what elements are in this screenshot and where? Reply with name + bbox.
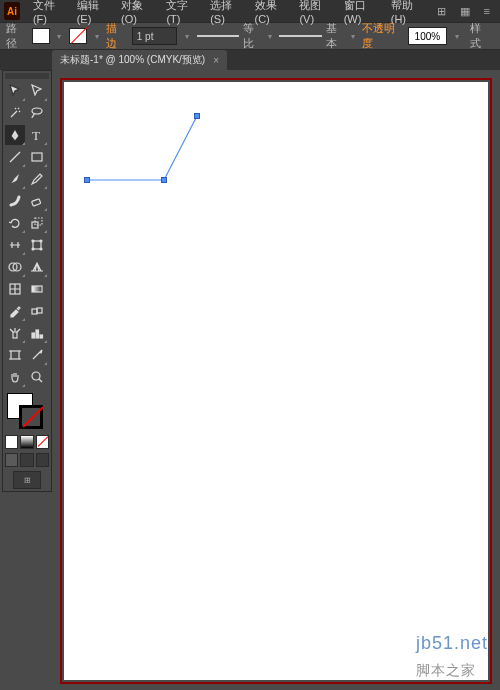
color-mode-button[interactable] — [5, 435, 18, 449]
width-tool[interactable] — [5, 235, 25, 255]
zoom-tool[interactable] — [27, 367, 47, 387]
stroke-dropdown-icon[interactable]: ▾ — [93, 29, 100, 43]
paintbrush-tool[interactable] — [5, 169, 25, 189]
draw-inside-button[interactable] — [36, 453, 49, 467]
artboard[interactable] — [64, 82, 488, 680]
scale-tool[interactable] — [27, 213, 47, 233]
svg-rect-22 — [11, 351, 19, 359]
magic-wand-tool[interactable] — [5, 103, 25, 123]
column-graph-tool[interactable] — [27, 323, 47, 343]
svg-rect-7 — [33, 241, 41, 249]
svg-rect-17 — [37, 308, 42, 313]
direct-selection-tool[interactable] — [27, 81, 47, 101]
rectangle-tool[interactable] — [27, 147, 47, 167]
variable-width-profile[interactable]: 等比 ▾ — [197, 29, 274, 43]
artboard-tool[interactable] — [5, 345, 25, 365]
svg-point-10 — [32, 248, 34, 250]
svg-rect-3 — [32, 153, 42, 161]
brush-line-icon — [279, 35, 321, 37]
fill-stroke-control[interactable] — [5, 393, 45, 429]
opacity-input[interactable]: 100% — [408, 27, 448, 45]
type-tool[interactable]: T — [27, 125, 47, 145]
none-mode-button[interactable] — [36, 435, 49, 449]
close-tab-icon[interactable]: × — [213, 55, 219, 66]
opacity-label[interactable]: 不透明度 — [362, 21, 401, 51]
line-tool[interactable] — [5, 147, 25, 167]
anchor-point[interactable] — [84, 177, 90, 183]
stroke-weight-input[interactable]: 1 pt — [132, 27, 178, 45]
svg-rect-20 — [36, 330, 39, 338]
draw-behind-button[interactable] — [20, 453, 33, 467]
fill-swatch[interactable] — [32, 28, 50, 44]
svg-rect-4 — [32, 199, 41, 206]
svg-point-23 — [32, 372, 40, 380]
stroke-swatch[interactable] — [69, 28, 87, 44]
brush-dropdown-icon: ▾ — [349, 29, 356, 43]
vbar-menu-icon[interactable]: ≡ — [478, 3, 496, 19]
menu-bar: Ai 文件(F) 编辑(E) 对象(O) 文字(T) 选择(S) 效果(C) 视… — [0, 0, 500, 22]
stroke-color-icon[interactable] — [19, 405, 43, 429]
watermark: jb51.net 脚本之家 — [416, 633, 488, 680]
blend-tool[interactable] — [27, 301, 47, 321]
svg-rect-18 — [13, 332, 17, 338]
symbol-sprayer-tool[interactable] — [5, 323, 25, 343]
mesh-tool[interactable] — [5, 279, 25, 299]
svg-text:T: T — [32, 128, 40, 142]
svg-point-0 — [32, 108, 42, 114]
profile-dropdown-icon: ▾ — [266, 29, 273, 43]
svg-rect-21 — [40, 335, 43, 338]
svg-rect-16 — [32, 309, 37, 314]
gradient-mode-button[interactable] — [20, 435, 33, 449]
toolbox: T — [2, 70, 52, 492]
layout-menu-icon[interactable]: ⊞ — [431, 3, 452, 20]
svg-point-1 — [14, 135, 16, 137]
pencil-tool[interactable] — [27, 169, 47, 189]
canvas-area[interactable]: jb51.net 脚本之家 — [54, 72, 498, 690]
svg-point-9 — [40, 240, 42, 242]
menu-select[interactable]: 选择(S) — [205, 0, 247, 27]
blob-brush-tool[interactable] — [5, 191, 25, 211]
menu-type[interactable]: 文字(T) — [161, 0, 203, 27]
screen-mode-button[interactable]: ⊞ — [13, 471, 41, 489]
pen-tool[interactable] — [5, 125, 25, 145]
svg-point-8 — [32, 240, 34, 242]
hand-tool[interactable] — [5, 367, 25, 387]
shape-builder-tool[interactable] — [5, 257, 25, 277]
anchor-point[interactable] — [194, 113, 200, 119]
document-tab-title: 未标题-1* @ 100% (CMYK/预览) — [60, 53, 205, 67]
draw-normal-button[interactable] — [5, 453, 18, 467]
app-logo: Ai — [4, 2, 20, 20]
lasso-tool[interactable] — [27, 103, 47, 123]
svg-rect-15 — [32, 286, 42, 292]
anchor-point[interactable] — [161, 177, 167, 183]
eyedropper-tool[interactable] — [5, 301, 25, 321]
menu-file[interactable]: 文件(F) — [28, 0, 70, 27]
drawn-path[interactable] — [72, 100, 232, 210]
workspace: T — [0, 70, 500, 690]
toolbox-grip[interactable] — [5, 73, 49, 79]
stroke-label[interactable]: 描边 — [106, 21, 126, 51]
selection-tool[interactable] — [5, 81, 25, 101]
rotate-tool[interactable] — [5, 213, 25, 233]
weight-dropdown-icon[interactable]: ▾ — [183, 29, 190, 43]
opacity-dropdown-icon[interactable]: ▾ — [453, 29, 460, 43]
perspective-grid-tool[interactable] — [27, 257, 47, 277]
gradient-tool[interactable] — [27, 279, 47, 299]
document-tab[interactable]: 未标题-1* @ 100% (CMYK/预览) × — [52, 50, 227, 70]
free-transform-tool[interactable] — [27, 235, 47, 255]
fill-dropdown-icon[interactable]: ▾ — [56, 29, 63, 43]
slice-tool[interactable] — [27, 345, 47, 365]
eraser-tool[interactable] — [27, 191, 47, 211]
svg-point-11 — [40, 248, 42, 250]
profile-line-icon — [197, 35, 239, 37]
path-label: 路径 — [6, 21, 26, 51]
svg-rect-19 — [32, 333, 35, 338]
grid-menu-icon[interactable]: ▦ — [454, 3, 476, 20]
style-label[interactable]: 样式 — [466, 21, 494, 51]
brush-definition[interactable]: 基本 ▾ — [279, 29, 356, 43]
document-tab-bar: 未标题-1* @ 100% (CMYK/预览) × — [0, 50, 500, 70]
